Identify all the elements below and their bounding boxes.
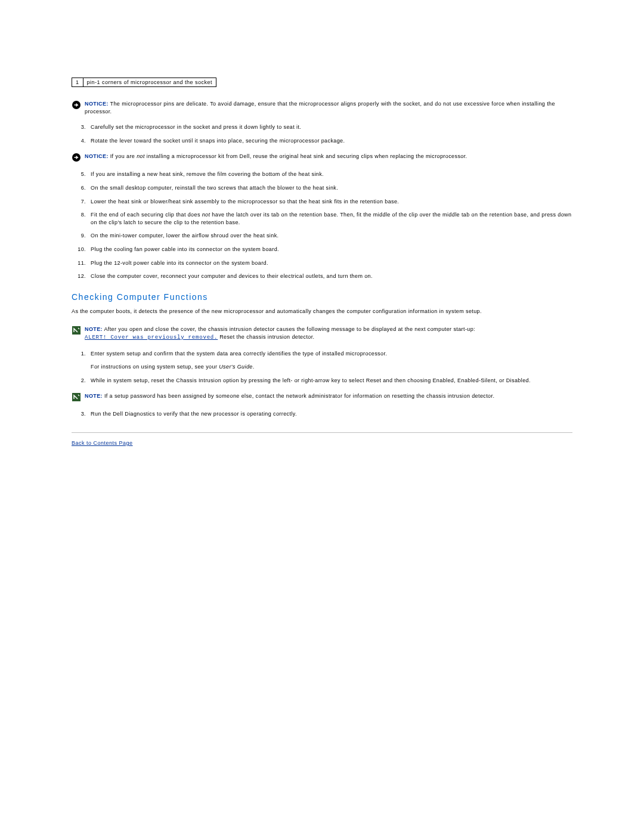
notice-2: NOTICE: If you are not installing a micr… [72,153,572,162]
note-2-text: NOTE: If a setup password has been assig… [85,392,572,400]
notice-icon [72,100,81,110]
notice-2-italic: not [137,153,145,159]
section-heading: Checking Computer Functions [72,292,572,302]
note-1-text: NOTE: After you open and close the cover… [85,326,572,341]
step-item: 9.On the mini-tower computer, lower the … [72,232,572,240]
notice-2-post: installing a microprocessor kit from Del… [145,153,467,159]
step-num: 9. [72,232,86,240]
notice-label: NOTICE: [85,101,109,107]
note-icon [72,392,81,402]
steps-group-b: 5.If you are installing a new heat sink,… [72,171,572,280]
back-to-contents-link[interactable]: Back to Contents Page [72,440,133,446]
document-page: 1 pin-1 corners of microprocessor and th… [0,0,644,458]
step-item: 12.Close the computer cover, reconnect y… [72,272,572,280]
callout-text: pin-1 corners of microprocessor and the … [83,78,216,87]
step-num: 12. [72,272,86,280]
step-text: If you are installing a new heat sink, r… [91,171,572,178]
step-num: 3. [72,123,86,131]
notice-icon [72,153,81,162]
step-item: 11.Plug the 12-volt power cable into its… [72,259,572,267]
step-num: 8. [72,211,86,219]
notice-1-body: The microprocessor pins are delicate. To… [85,101,555,114]
step-item: 10.Plug the cooling fan power cable into… [72,246,572,253]
step-num: 2. [72,377,86,385]
subtext-pre: For instructions on using system setup, … [91,364,219,370]
step-text: Close the computer cover, reconnect your… [91,272,572,280]
note-1-post: Reset the chassis intrusion detector. [218,334,314,340]
steps-group-d: 2.While in system setup, reset the Chass… [72,377,572,385]
step-text: Plug the cooling fan power cable into it… [91,246,572,253]
step-text: Run the Dell Diagnostics to verify that … [91,410,572,418]
steps-group-a: 3.Carefully set the microprocessor in th… [72,123,572,144]
note-label: NOTE: [85,393,103,399]
step-num: 5. [72,171,86,178]
step-num: 1. [72,350,86,358]
note-icon [72,326,81,335]
step-item: 1.Enter system setup and confirm that th… [72,350,572,358]
step-text: Plug the 12-volt power cable into its co… [91,259,572,267]
step-item: 2.While in system setup, reset the Chass… [72,377,572,385]
note-2-body: If a setup password has been assigned by… [103,393,494,399]
step-text: On the mini-tower computer, lower the ai… [91,232,572,240]
body-paragraph: As the computer boots, it detects the pr… [72,308,572,315]
step-text: Carefully set the microprocessor in the … [91,123,572,131]
step-item: 3.Carefully set the microprocessor in th… [72,123,572,131]
callout-table: 1 pin-1 corners of microprocessor and th… [72,78,216,87]
step-item: 5.If you are installing a new heat sink,… [72,171,572,178]
subtext-1: For instructions on using system setup, … [91,363,572,371]
steps-group-c: 1.Enter system setup and confirm that th… [72,350,572,358]
step-text: Fit the end of each securing clip that d… [91,211,572,226]
subtext-italic: User's Guide [219,364,253,370]
step-num: 6. [72,184,86,192]
step-item: 6.On the small desktop computer, reinsta… [72,184,572,192]
note-2: NOTE: If a setup password has been assig… [72,392,572,402]
step-num: 4. [72,137,86,145]
notice-1-text: NOTICE: The microprocessor pins are deli… [85,100,572,115]
step-text: Enter system setup and confirm that the … [91,350,572,358]
notice-1: NOTICE: The microprocessor pins are deli… [72,100,572,115]
step-item: 8.Fit the end of each securing clip that… [72,211,572,226]
note-1-alert: ALERT! Cover was previously removed. [85,335,218,340]
notice-label: NOTICE: [85,153,109,159]
step-item: 7.Lower the heat sink or blower/heat sin… [72,198,572,206]
notice-2-text: NOTICE: If you are not installing a micr… [85,153,572,160]
step-text: Rotate the lever toward the socket until… [91,137,572,145]
step-num: 10. [72,246,86,253]
steps-group-e: 3.Run the Dell Diagnostics to verify tha… [72,410,572,418]
separator [72,432,572,433]
step-text: While in system setup, reset the Chassis… [91,377,572,385]
note-1-pre: After you open and close the cover, the … [103,326,475,332]
step-item: 4.Rotate the lever toward the socket unt… [72,137,572,145]
step-text: Lower the heat sink or blower/heat sink … [91,198,572,206]
step-num: 7. [72,198,86,206]
callout-num: 1 [72,78,83,87]
note-1: NOTE: After you open and close the cover… [72,326,572,341]
step-text: On the small desktop computer, reinstall… [91,184,572,192]
step-italic: not [202,212,210,218]
step-pre: Fit the end of each securing clip that d… [91,212,202,218]
subtext-post: . [253,364,255,370]
note-label: NOTE: [85,326,103,332]
step-num: 11. [72,259,86,267]
notice-2-pre: If you are [109,153,137,159]
step-num: 3. [72,410,86,418]
step-item: 3.Run the Dell Diagnostics to verify tha… [72,410,572,418]
